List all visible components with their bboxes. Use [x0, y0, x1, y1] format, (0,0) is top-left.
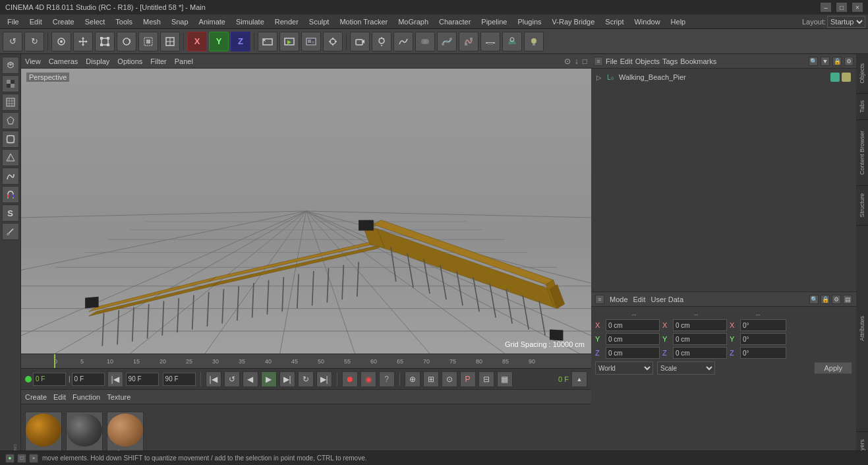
- menu-render[interactable]: Render: [270, 16, 303, 27]
- menu-snap[interactable]: Snap: [167, 16, 193, 27]
- play-forward-button[interactable]: ▶: [261, 371, 277, 387]
- vp-menu-display[interactable]: Display: [86, 57, 109, 65]
- attr-lock-icon[interactable]: 🔒: [821, 295, 830, 304]
- sidebar-s-button[interactable]: S: [2, 204, 19, 222]
- sidebar-brush-button[interactable]: [2, 223, 19, 240]
- menu-sculpt[interactable]: Sculpt: [304, 16, 334, 27]
- obj-tb-file[interactable]: File: [606, 57, 618, 65]
- close-button[interactable]: ×: [852, 3, 863, 12]
- pb-points-button[interactable]: ⊟: [478, 371, 494, 387]
- menu-mograph[interactable]: MoGraph: [393, 16, 433, 27]
- attr-edit[interactable]: Edit: [633, 295, 646, 303]
- vp-ctrl-3[interactable]: □: [583, 57, 587, 66]
- goto-start-button[interactable]: |◀: [206, 371, 221, 387]
- vp-menu-cameras[interactable]: Cameras: [49, 57, 78, 65]
- menu-script[interactable]: Script: [600, 16, 628, 27]
- record-help-button[interactable]: ?: [379, 371, 395, 387]
- frame-step-up[interactable]: ▲: [571, 371, 587, 387]
- sidebar-checker-button[interactable]: [2, 75, 19, 92]
- coord-z-pos[interactable]: [606, 347, 660, 359]
- model-mode-button[interactable]: [51, 32, 71, 51]
- render-active-view-button[interactable]: [279, 32, 299, 51]
- sidebar-subdiv-button[interactable]: [2, 131, 19, 148]
- floor-button[interactable]: [480, 32, 500, 51]
- menu-window[interactable]: Window: [629, 16, 664, 27]
- render-region-button[interactable]: [258, 32, 277, 51]
- status-icon-2[interactable]: □: [17, 454, 26, 463]
- x-axis-button[interactable]: X: [187, 32, 207, 51]
- coord-y-scl[interactable]: [740, 333, 786, 345]
- vp-menu-filter[interactable]: Filter: [150, 57, 166, 65]
- min-frame-input[interactable]: [72, 373, 105, 386]
- status-icon-1[interactable]: ●: [5, 454, 14, 463]
- attr-mode[interactable]: Mode: [610, 295, 628, 303]
- menu-select[interactable]: Select: [80, 16, 110, 27]
- pb-rotate-button[interactable]: ⊙: [442, 371, 457, 387]
- coord-y-pos[interactable]: [606, 333, 660, 345]
- z-axis-button[interactable]: Z: [231, 32, 250, 51]
- undo-button[interactable]: ↺: [3, 32, 22, 51]
- rst-tabs[interactable]: Tabs: [856, 94, 868, 120]
- vp-menu-options[interactable]: Options: [117, 57, 142, 65]
- menu-file[interactable]: File: [3, 16, 24, 27]
- attr-search-icon[interactable]: 🔍: [809, 295, 819, 304]
- mat-menu-edit[interactable]: Edit: [53, 393, 66, 401]
- layout-select[interactable]: Startup: [827, 16, 865, 28]
- coord-z-rot[interactable]: [673, 347, 727, 359]
- vp-ctrl-1[interactable]: ⊙: [564, 57, 571, 66]
- menu-help[interactable]: Help: [666, 16, 691, 27]
- menu-plugins[interactable]: Plugins: [513, 16, 546, 27]
- menu-animate[interactable]: Animate: [194, 16, 230, 27]
- render-to-po-button[interactable]: [301, 32, 321, 51]
- camera-button[interactable]: [350, 32, 370, 51]
- coord-mode-select[interactable]: Scale Rotation: [657, 361, 715, 375]
- redo-button[interactable]: ↻: [24, 32, 44, 51]
- render-settings-button[interactable]: [323, 32, 343, 51]
- sidebar-cube-button[interactable]: [2, 57, 19, 74]
- sidebar-magnet-button[interactable]: [2, 186, 19, 203]
- max-frame-input[interactable]: [126, 373, 159, 386]
- pb-scale-button[interactable]: ⊞: [423, 371, 439, 387]
- mat-menu-function[interactable]: Function: [72, 393, 100, 401]
- deformer-button[interactable]: [459, 32, 478, 51]
- coord-x-scl[interactable]: [740, 319, 786, 331]
- rst-structure[interactable]: Structure: [856, 186, 868, 226]
- attr-settings-icon[interactable]: ⚙: [832, 295, 841, 304]
- scale-button[interactable]: [95, 32, 115, 51]
- goto-prev-button[interactable]: ↺: [224, 371, 240, 387]
- menu-create[interactable]: Create: [48, 16, 79, 27]
- play-back-button[interactable]: ◀: [243, 371, 258, 387]
- pb-keys-button[interactable]: ▦: [497, 371, 513, 387]
- sidebar-poly-button[interactable]: [2, 112, 19, 129]
- play-next-button[interactable]: ▶|: [279, 371, 295, 387]
- menu-simulate[interactable]: Simulate: [231, 16, 269, 27]
- coord-x-rot[interactable]: [673, 319, 727, 331]
- obj-search-icon[interactable]: 🔍: [809, 57, 818, 66]
- sidebar-pyramid-button[interactable]: [2, 149, 19, 166]
- current-frame-input[interactable]: [33, 373, 66, 386]
- pb-move-button[interactable]: ⊕: [405, 371, 420, 387]
- rst-attributes[interactable]: Attributes: [856, 226, 868, 432]
- obj-tb-edit[interactable]: Edit: [620, 57, 633, 65]
- rst-objects[interactable]: Objects: [856, 54, 868, 94]
- menu-character[interactable]: Character: [434, 16, 475, 27]
- rotate-button[interactable]: [117, 32, 136, 51]
- play-min-button[interactable]: |◀: [107, 371, 123, 387]
- mat-menu-texture[interactable]: Texture: [107, 393, 130, 401]
- status-icon-3[interactable]: ×: [29, 454, 38, 463]
- object-item-pier[interactable]: ▷ L₀ Walking_Beach_Pier: [594, 71, 854, 83]
- menu-mesh[interactable]: Mesh: [138, 16, 165, 27]
- metaball-button[interactable]: [415, 32, 435, 51]
- vp-menu-view[interactable]: View: [25, 57, 41, 65]
- spline-button[interactable]: [393, 32, 413, 51]
- obj-tb-tags[interactable]: Tags: [662, 57, 678, 65]
- rst-content-browser[interactable]: Content Browser: [856, 120, 868, 186]
- y-axis-button[interactable]: Y: [209, 32, 229, 51]
- coord-apply-button[interactable]: Apply: [814, 362, 852, 374]
- minimize-button[interactable]: –: [821, 3, 831, 12]
- play-loop-button[interactable]: ↻: [298, 371, 314, 387]
- coord-z-scl[interactable]: [740, 347, 786, 359]
- viewport-3d[interactable]: Perspective: [21, 69, 591, 354]
- sky-button[interactable]: [502, 32, 522, 51]
- vp-ctrl-2[interactable]: ↓: [575, 57, 579, 66]
